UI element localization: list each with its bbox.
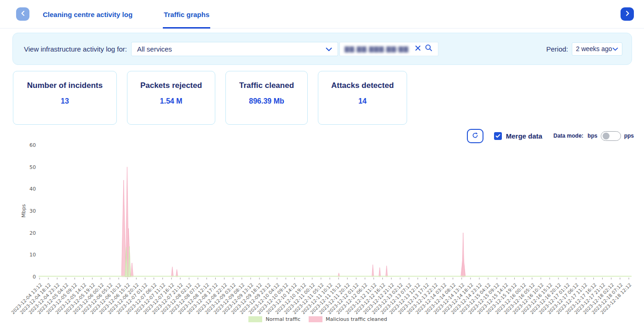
filter-label: View infrastructure activity log for: [22,45,127,53]
stat-value: 1.54 M [127,97,215,105]
merge-data-checkbox-group[interactable]: Merge data [494,132,542,140]
tab-label: Traffic graphs [164,11,209,18]
stat-card-packets-rejected: Packets rejected 1.54 M [127,71,215,125]
svg-text:Mbps: Mbps [21,204,27,217]
svg-text:20: 20 [29,230,36,236]
magnifier-icon [425,44,432,53]
period-label: Period: [546,45,568,53]
service-select-value: All services [137,45,172,53]
svg-text:0: 0 [33,274,36,279]
prev-tab-button[interactable] [16,7,29,21]
data-mode-bps-label: bps [587,133,597,139]
chevron-down-icon [326,45,332,53]
refresh-icon [472,132,479,140]
chart-plot-area: 0102030405060Mbps [0,139,644,279]
chevron-left-icon [21,11,25,17]
x-mark-icon [415,45,421,53]
clear-search-button[interactable] [412,43,423,54]
data-mode-group: Data mode: bps pps [553,131,634,141]
search-button[interactable] [423,43,434,54]
service-select[interactable]: All services [131,42,338,56]
stat-card-incidents: Number of incidents 13 [13,71,117,125]
x-axis-labels: 2023-12-04 13:122023-12-04 18:122023-12-… [0,279,644,318]
period-select-value: 2 weeks ago [576,45,612,52]
refresh-button[interactable] [467,129,483,143]
ip-search-box: ▇▇.▇▇.▇▇▇.▇▇/▇▇ [339,42,438,56]
tab-cleaning-centre-activity-log[interactable]: Cleaning centre activity log [42,0,133,29]
period-select[interactable]: 2 weeks ago [572,42,622,56]
chevron-down-icon [612,45,618,52]
next-tab-button[interactable] [621,7,634,21]
tab-label: Cleaning centre activity log [43,11,132,18]
svg-text:40: 40 [29,186,36,192]
svg-text:50: 50 [29,164,36,170]
data-mode-toggle[interactable] [601,131,621,141]
merge-data-checkbox[interactable] [494,132,502,140]
stat-title: Number of incidents [13,81,116,90]
traffic-chart: 0102030405060Mbps 2023-12-04 13:122023-1… [0,139,644,322]
stat-title: Traffic cleaned [226,81,307,90]
stat-card-traffic-cleaned: Traffic cleaned 896.39 Mb [225,71,308,125]
tab-traffic-graphs[interactable]: Traffic graphs [163,0,210,29]
stat-value: 13 [13,97,116,105]
svg-text:30: 30 [29,208,36,214]
stat-title: Attacks detected [318,81,407,90]
header: Cleaning centre activity log Traffic gra… [0,0,644,29]
chart-controls: Merge data Data mode: bps pps [0,128,634,143]
filter-bar: View infrastructure activity log for: Al… [12,33,632,65]
ip-search-input[interactable]: ▇▇.▇▇.▇▇▇.▇▇/▇▇ [345,46,412,52]
toggle-knob [603,133,610,139]
period-group: Period: 2 weeks ago [546,42,622,56]
check-mark-icon [495,132,500,140]
merge-data-label: Merge data [506,132,542,140]
stats-row: Number of incidents 13 Packets rejected … [13,71,644,125]
svg-text:10: 10 [29,252,36,258]
data-mode-pps-label: pps [624,133,634,139]
chevron-right-icon [625,11,630,17]
stat-card-attacks-detected: Attacks detected 14 [318,71,407,125]
data-mode-label: Data mode: [553,133,583,139]
stat-value: 896.39 Mb [226,97,307,105]
stat-value: 14 [318,97,407,105]
traffic-graphs-page: Cleaning centre activity log Traffic gra… [0,0,644,331]
stat-title: Packets rejected [127,81,215,90]
